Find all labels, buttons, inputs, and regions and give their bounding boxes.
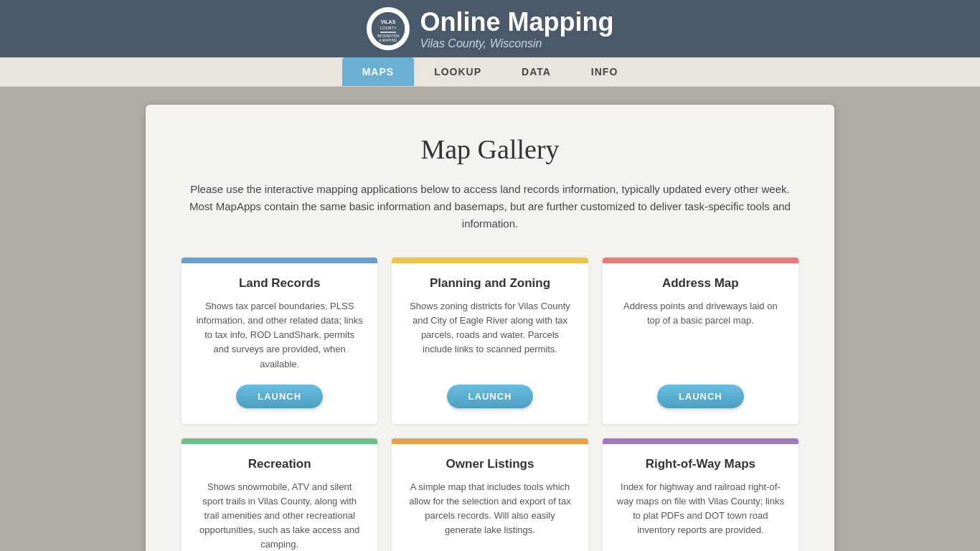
page-description: Please use the interactive mapping appli… [182,181,798,232]
county-logo: VILAS COUNTY INFORMATION & MAPPING [367,7,410,50]
nav-maps[interactable]: MAPS [342,57,414,86]
launch-planning-zoning[interactable]: LAUNCH [447,385,534,408]
card-title-recreation: Recreation [248,457,311,471]
card-bar-planning-zoning [392,258,588,263]
card-planning-zoning: Planning and Zoning Shows zoning distric… [392,258,588,424]
card-desc-planning-zoning: Shows zoning districts for Vilas County … [406,299,573,372]
svg-rect-3 [380,32,396,33]
card-desc-address-map: Address points and driveways laid on top… [617,299,784,372]
launch-land-records[interactable]: LAUNCH [236,385,323,408]
card-bar-right-of-way [603,438,798,444]
header-text-block: Online Mapping Vilas County, Wisconsin [420,7,614,50]
card-right-of-way: Right-of-Way Maps Index for highway and … [603,438,798,551]
svg-text:COUNTY: COUNTY [380,26,397,30]
card-recreation: Recreation Shows snowmobile, ATV and sil… [182,438,377,551]
card-desc-recreation: Shows snowmobile, ATV and silent sport t… [196,480,363,551]
card-title-land-records: Land Records [239,276,320,291]
page-title: Map Gallery [182,133,798,165]
card-bar-address-map [603,258,798,263]
card-owner-listings: Owner Listings A simple map that include… [392,438,588,551]
nav-info[interactable]: INFO [571,57,638,86]
card-title-planning-zoning: Planning and Zoning [430,276,550,291]
card-desc-right-of-way: Index for highway and railroad right-of-… [617,480,784,551]
svg-text:& MAPPING: & MAPPING [379,39,397,42]
card-bar-land-records [182,258,377,263]
site-header: VILAS COUNTY INFORMATION & MAPPING Onlin… [0,0,980,57]
card-grid: Land Records Shows tax parcel boundaries… [182,258,798,551]
card-land-records: Land Records Shows tax parcel boundaries… [182,258,377,424]
site-title: Online Mapping [420,7,614,37]
card-desc-land-records: Shows tax parcel boundaries, PLSS inform… [196,299,363,372]
card-bar-owner-listings [392,438,588,444]
card-desc-owner-listings: A simple map that includes tools which a… [406,480,573,551]
card-title-right-of-way: Right-of-Way Maps [646,457,755,471]
site-subtitle: Vilas County, Wisconsin [420,37,614,50]
launch-address-map[interactable]: LAUNCH [657,385,744,408]
card-bar-recreation [182,438,377,444]
svg-text:VILAS: VILAS [380,19,395,24]
card-title-owner-listings: Owner Listings [446,457,534,471]
main-nav: MAPS LOOKUP DATA INFO [0,57,980,87]
svg-text:INFORMATION: INFORMATION [377,34,399,38]
nav-lookup[interactable]: LOOKUP [414,57,501,86]
nav-data[interactable]: DATA [501,57,571,86]
card-title-address-map: Address Map [662,276,739,291]
card-address-map: Address Map Address points and driveways… [603,258,798,424]
main-content: Map Gallery Please use the interactive m… [146,105,834,551]
